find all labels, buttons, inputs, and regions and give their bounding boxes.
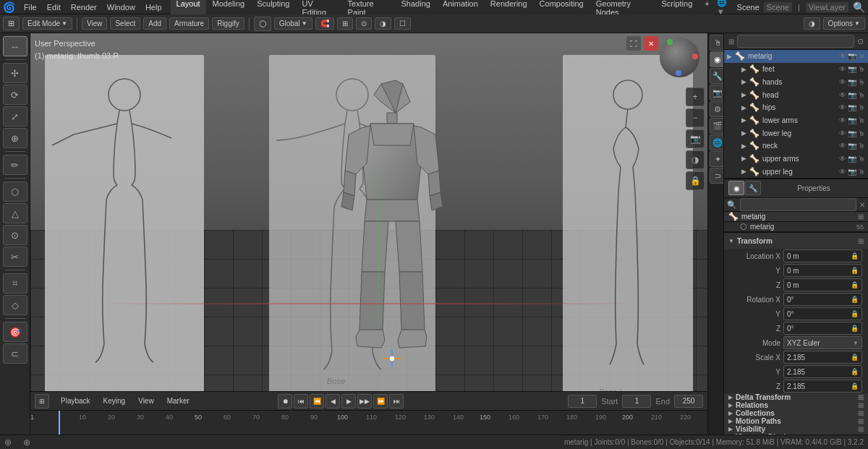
scale-z-field[interactable]: 2.185 🔒 <box>783 380 862 393</box>
overlay-btn[interactable]: ◑ <box>375 17 391 30</box>
rotation-x-field[interactable]: 0° 🔒 <box>783 293 862 306</box>
current-frame-input[interactable] <box>568 395 597 408</box>
prop-tab-object[interactable]: ◉ <box>728 181 744 195</box>
outliner-search[interactable] <box>737 35 854 48</box>
scale-y-field[interactable]: 2.185 🔒 <box>783 365 862 378</box>
nav-dot-z[interactable] <box>676 70 681 76</box>
tool-loop-cut[interactable]: ⌗ <box>3 273 27 294</box>
vp-camera-btn[interactable]: 📷 <box>686 129 705 148</box>
tool-shapekeys[interactable]: 🎯 <box>3 322 27 342</box>
tool-smooth[interactable]: ⊂ <box>3 343 27 364</box>
riggify-btn[interactable]: Riggify <box>212 17 244 30</box>
nav-dot-y[interactable] <box>667 39 673 45</box>
nav-dot-x[interactable] <box>692 54 698 59</box>
skip-to-start-btn[interactable]: ⏮ <box>294 394 308 409</box>
xray-btn[interactable]: ☐ <box>394 17 411 30</box>
tree-item-neck[interactable]: ▶ 🦴 neck 👁 📷 🖱 <box>724 140 868 153</box>
location-z-field[interactable]: 0 m 🔒 <box>783 278 862 291</box>
collections-expand-icon[interactable]: ⊞ <box>858 409 864 417</box>
snap-btn[interactable]: 🧲 <box>315 17 334 30</box>
next-keyframe-btn[interactable]: ⏩ <box>373 394 388 409</box>
location-x-field[interactable]: 0 m 🔒 <box>783 249 862 262</box>
tool-scale[interactable]: ⤢ <box>3 106 27 127</box>
keying-btn[interactable]: Keying <box>99 395 130 406</box>
prev-keyframe-btn[interactable]: ⏪ <box>310 394 324 409</box>
tool-cursor[interactable]: ↔ <box>3 36 27 56</box>
timeline-editor-icon[interactable]: ⊞ <box>35 394 49 409</box>
relations-header[interactable]: ▶ Relations ⊞ <box>724 401 868 409</box>
tool-rotate[interactable]: ⟳ <box>3 85 27 105</box>
delta-transform-header[interactable]: ▶ Delta Transform ⊞ <box>724 393 868 401</box>
visibility-expand-icon[interactable]: ⊞ <box>858 425 864 433</box>
proportional-btn[interactable]: ⊙ <box>356 17 372 30</box>
rotation-mode-dropdown[interactable]: XYZ Euler ▼ <box>783 336 862 349</box>
motion-paths-header[interactable]: ▶ Motion Paths ⊞ <box>724 417 868 425</box>
status-icon-2[interactable]: ⊕ <box>23 437 30 448</box>
tree-item-hips[interactable]: ▶ 🦴 hips 👁 📷 🖱 <box>724 101 868 114</box>
tool-knife[interactable]: ◇ <box>3 295 27 315</box>
viewport-maximize-btn[interactable]: ⛶ <box>626 36 641 51</box>
skip-to-end-btn[interactable]: ⏭ <box>389 394 404 409</box>
tool-transform[interactable]: ⊕ <box>3 128 27 148</box>
status-icon-1[interactable]: ⊕ <box>4 437 12 448</box>
menu-window[interactable]: Window <box>103 1 140 13</box>
collections-header[interactable]: ▶ Collections ⊞ <box>724 409 868 417</box>
outliner-filter-icon[interactable]: ⊙ <box>857 37 864 46</box>
armature-btn[interactable]: Armature <box>169 17 209 30</box>
transform-btn[interactable]: ⬡ <box>254 17 271 31</box>
blender-icon[interactable]: 🌀 <box>3 1 15 13</box>
grid-btn[interactable]: ⊞ <box>337 17 353 30</box>
view-btn[interactable]: View <box>82 17 108 30</box>
tree-item-feet[interactable]: ▶ 🦴 feet 👁 📷 🖱 <box>724 63 868 76</box>
tree-item-upper-leg[interactable]: ▶ 🦴 upper leg 👁 📷 🖱 <box>724 165 868 178</box>
tree-item-lower-leg[interactable]: ▶ 🦴 lower leg 👁 📷 🖱 <box>724 127 868 140</box>
vp-render-btn[interactable]: ◑ <box>686 150 705 169</box>
rotation-y-field[interactable]: 0° 🔒 <box>783 307 862 320</box>
vp-zoom-in-btn[interactable]: + <box>686 87 705 106</box>
render-icon[interactable]: 📷 <box>848 52 856 60</box>
feet-cam-icon[interactable]: 📷 <box>848 65 856 73</box>
jump-next-btn[interactable]: ▶▶ <box>357 394 372 409</box>
scale-x-field[interactable]: 2.185 🔒 <box>783 351 862 364</box>
outliner-metarig-row[interactable]: ▶ 🦴 metarig 👁 📷 🖱 <box>724 50 868 63</box>
tree-item-upper-arms[interactable]: ▶ 🦴 upper arms 👁 📷 🖱 <box>724 153 868 166</box>
select-icon[interactable]: 🖱 <box>858 52 865 60</box>
props-search-x[interactable]: ✕ <box>859 201 865 209</box>
tree-item-lower-arms[interactable]: ▶ 🦴 lower arms 👁 📷 🖱 <box>724 114 868 127</box>
playback-btn[interactable]: Playback <box>56 395 95 406</box>
menu-help[interactable]: Help <box>141 1 166 13</box>
menu-render[interactable]: Render <box>67 1 101 13</box>
tool-annotate[interactable]: ✏ <box>3 155 27 175</box>
transform-header[interactable]: ▼ Transform ⊞ <box>724 233 868 249</box>
options-btn[interactable]: Options ▼ <box>823 17 865 30</box>
start-frame-input[interactable] <box>622 395 651 408</box>
tool-extrude[interactable]: △ <box>3 203 27 223</box>
marker-btn[interactable]: Marker <box>163 395 194 406</box>
relations-expand-icon[interactable]: ⊞ <box>858 401 864 409</box>
visibility-header[interactable]: ▶ Visibility ⊞ <box>724 425 868 433</box>
rotation-z-field[interactable]: 0° 🔒 <box>783 322 862 335</box>
vp-zoom-out-btn[interactable]: − <box>686 108 705 127</box>
tool-mesh-select[interactable]: ⬡ <box>3 181 27 202</box>
play-btn[interactable]: ▶ <box>341 394 356 409</box>
end-frame-input[interactable] <box>674 395 703 408</box>
record-btn[interactable]: ⏺ <box>278 394 292 409</box>
tree-item-hands[interactable]: ▶ 🦴 hands 👁 📷 🖱 <box>724 75 868 88</box>
edit-mode-dropdown[interactable]: Edit Mode ▼ <box>22 17 72 30</box>
tool-bevel[interactable]: ✂ <box>3 247 27 267</box>
editor-type-btn[interactable]: ⊞ <box>3 17 20 30</box>
tool-inset[interactable]: ⊙ <box>3 225 27 245</box>
transform-expand-icon[interactable]: ⊞ <box>858 237 864 245</box>
props-search-input[interactable] <box>740 198 856 211</box>
prop-tab-modifier[interactable]: 🔧 <box>745 181 761 195</box>
select-btn[interactable]: Select <box>110 17 140 30</box>
visibility-icon[interactable]: 👁 <box>839 52 846 60</box>
tree-item-head[interactable]: ▶ 🦴 head 👁 📷 🖱 <box>724 88 868 101</box>
viewport-nav[interactable] <box>660 38 703 81</box>
viewport-3d[interactable]: Bose <box>30 33 707 391</box>
menu-edit[interactable]: Edit <box>43 1 65 13</box>
global-dropdown[interactable]: Global ▼ <box>274 17 312 30</box>
delta-expand-icon[interactable]: ⊞ <box>858 393 864 401</box>
menu-file[interactable]: File <box>20 1 41 13</box>
props-copy-icon[interactable]: ⊞ <box>858 213 864 221</box>
